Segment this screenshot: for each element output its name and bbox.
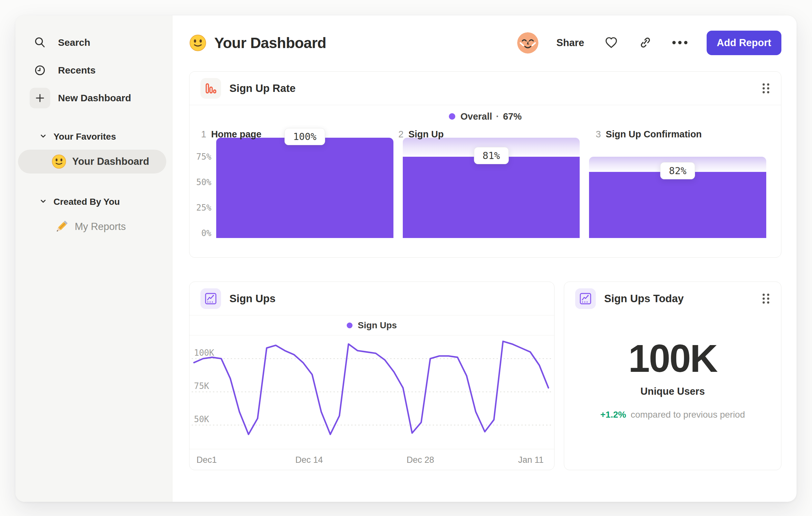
line-y-tick: 75K — [194, 381, 209, 391]
page-title-group: Your Dashboard — [189, 34, 326, 52]
legend-name: Overall — [460, 111, 492, 122]
line-y-tick: 100K — [194, 348, 214, 358]
funnel-bar-sign-up[interactable]: 81% — [403, 138, 580, 238]
sign-ups-card: Sign Ups Sign Ups 100K75K50K Dec1Dec 14D… — [189, 281, 555, 470]
sidebar-sections: Your FavoritesYour DashboardCreated By Y… — [30, 128, 163, 239]
funnel-bar-value-tooltip: 81% — [474, 147, 509, 164]
card-title: Sign Up Rate — [229, 82, 295, 94]
funnel-step-label: 2Sign Up — [396, 129, 584, 140]
sidebar-nav-search[interactable]: Search — [30, 32, 163, 53]
funnel-bar-fill — [589, 172, 766, 238]
sign-ups-series-line[interactable] — [194, 341, 548, 434]
line-chart-icon — [575, 288, 596, 309]
section-title: Created By You — [54, 197, 120, 207]
funnel-bar-home-page[interactable]: 100% — [216, 138, 394, 238]
funnel-y-tick: 75% — [190, 152, 211, 162]
sidebar-nav: SearchRecentsNew Dashboard — [30, 32, 163, 108]
funnel-bar-value-tooltip: 82% — [660, 162, 695, 179]
drag-handle-icon[interactable] — [762, 82, 770, 94]
funnel-bar-sign-up-confirmation[interactable]: 82% — [589, 138, 766, 238]
app-window: SearchRecentsNew Dashboard Your Favorite… — [16, 16, 796, 502]
card-title: Sign Ups Today — [604, 293, 684, 305]
line-y-tick: 50K — [194, 414, 209, 424]
funnel-bars: 100%81%82% — [216, 138, 766, 238]
legend-separator: · — [496, 111, 499, 122]
link-icon — [638, 36, 652, 50]
favorite-heart-button[interactable] — [604, 35, 618, 51]
sign-up-rate-card: Sign Up Rate Overall · 67% 75%50%25%0%10… — [189, 71, 781, 258]
line-chart: 100K75K50K — [190, 335, 554, 449]
funnel-step-index: 2 — [398, 129, 403, 140]
line-chart-svg — [190, 335, 554, 449]
sign-ups-card-header: Sign Ups — [190, 282, 554, 316]
chevron-down-icon — [40, 133, 47, 141]
line-legend: Sign Ups — [190, 316, 554, 335]
stat-change-row: +1.2% compared to previous period — [564, 410, 781, 420]
funnel-step-label: 3Sign Up Confirmation — [594, 129, 782, 140]
sidebar-nav-new-dashboard[interactable]: New Dashboard — [30, 88, 163, 108]
smiley-emoji-icon — [52, 154, 66, 169]
funnel-x-labels: 1Home page2Sign Up3Sign Up Confirmation — [199, 129, 782, 140]
sidebar-item-your-dashboard[interactable]: Your Dashboard — [18, 150, 166, 173]
sidebar-nav-recents[interactable]: Recents — [30, 60, 163, 81]
more-options-button[interactable] — [672, 40, 688, 46]
funnel-step-name: Sign Up Confirmation — [606, 129, 702, 140]
main-area: Your Dashboard Share — [172, 16, 796, 502]
avatar[interactable] — [517, 32, 539, 54]
search-icon — [30, 32, 50, 53]
sidebar-item-label: My Reports — [75, 221, 126, 233]
funnel-step-name: Home page — [211, 129, 261, 140]
funnel-bar-fill — [403, 157, 580, 238]
pencil-emoji-icon — [54, 219, 69, 234]
recents-clock-icon — [30, 60, 50, 81]
section-header-created-by-you[interactable]: Created By You — [30, 193, 163, 211]
share-button[interactable]: Share — [556, 37, 584, 49]
section-title: Your Favorites — [54, 132, 116, 142]
stat-value-label: Unique Users — [564, 386, 781, 397]
section-header-your-favorites[interactable]: Your Favorites — [30, 128, 163, 146]
funnel-legend: Overall · 67% — [190, 105, 781, 128]
stat-change-note: compared to previous period — [631, 410, 745, 420]
sidebar: SearchRecentsNew Dashboard Your Favorite… — [16, 16, 172, 502]
funnel-y-tick: 25% — [190, 203, 211, 213]
smiley-emoji-icon — [189, 34, 207, 52]
sign-ups-today-card: Sign Ups Today 100K Unique Users +1.2% — [564, 281, 781, 470]
page-header: Your Dashboard Share — [189, 30, 781, 56]
funnel-bars-icon — [200, 78, 221, 99]
funnel-step-label: 1Home page — [199, 129, 387, 140]
stat-change-delta: +1.2% — [600, 410, 626, 420]
cards-row: Sign Ups Sign Ups 100K75K50K Dec1Dec 14D… — [189, 281, 781, 470]
sign-ups-today-card-header: Sign Ups Today — [564, 282, 781, 316]
line-chart-x-axis: Dec1Dec 14Dec 28Jan 11 — [190, 449, 554, 470]
copy-link-button[interactable] — [638, 36, 652, 50]
line-x-tick: Jan 11 — [518, 455, 544, 465]
chevron-down-icon — [40, 198, 47, 206]
sign-up-rate-card-header: Sign Up Rate — [190, 72, 781, 105]
funnel-y-tick: 50% — [190, 178, 211, 187]
funnel-bar-fill — [216, 138, 394, 238]
drag-handle-icon[interactable] — [762, 293, 770, 305]
page-title: Your Dashboard — [214, 34, 326, 52]
funnel-chart: 75%50%25%0%100%81%82% — [190, 128, 781, 238]
ellipsis-icon — [672, 40, 688, 46]
stat-body: 100K Unique Users +1.2% compared to prev… — [564, 336, 781, 420]
heart-icon — [604, 35, 618, 51]
sidebar-item-my-reports[interactable]: My Reports — [30, 215, 163, 239]
line-x-tick: Dec 28 — [407, 455, 434, 465]
sidebar-section: Created By YouMy Reports — [30, 193, 163, 239]
sidebar-nav-label: Recents — [58, 65, 96, 76]
legend-name: Sign Ups — [358, 320, 397, 331]
line-x-tick: Dec1 — [197, 455, 217, 465]
sidebar-nav-label: New Dashboard — [58, 92, 131, 104]
funnel-step-name: Sign Up — [408, 129, 444, 140]
legend-dot-sign-ups — [347, 323, 352, 328]
legend-dot-overall — [449, 113, 455, 120]
sidebar-item-label: Your Dashboard — [72, 156, 149, 167]
sidebar-section: Your FavoritesYour Dashboard — [30, 128, 163, 173]
add-report-button[interactable]: Add Report — [707, 31, 781, 55]
card-title: Sign Ups — [229, 293, 276, 305]
line-x-tick: Dec 14 — [295, 455, 323, 465]
funnel-y-tick: 0% — [190, 228, 211, 238]
header-actions: Share — [517, 31, 781, 55]
funnel-step-index: 3 — [596, 129, 601, 140]
